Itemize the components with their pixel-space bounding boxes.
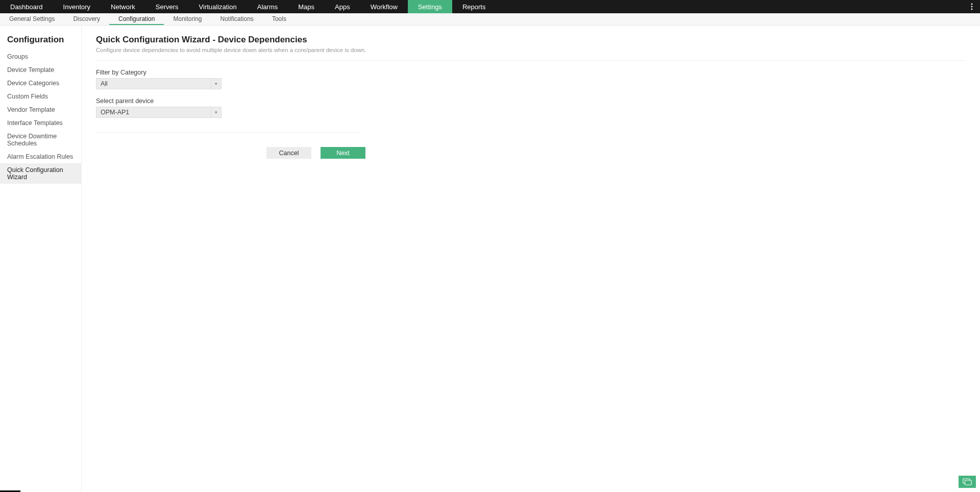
subnav-tools[interactable]: Tools [263, 13, 296, 25]
filter-by-category-label: Filter by Category [96, 69, 966, 76]
subnav-notifications[interactable]: Notifications [211, 13, 263, 25]
main-content: Quick Configuration Wizard - Device Depe… [82, 26, 980, 492]
sidebar-item-interface-templates[interactable]: Interface Templates [0, 116, 81, 130]
nav-alarms[interactable]: Alarms [247, 0, 288, 13]
filter-by-category-field: Filter by Category All ▾ [96, 69, 966, 89]
sidebar: Configuration Groups Device Template Dev… [0, 26, 82, 492]
nav-reports[interactable]: Reports [452, 0, 496, 13]
divider [96, 60, 966, 61]
subnav-general-settings[interactable]: General Settings [0, 13, 64, 25]
page-title: Quick Configuration Wizard - Device Depe… [96, 35, 966, 45]
select-parent-device-field: Select parent device OPM-AP1 ▾ [96, 97, 966, 118]
nav-maps[interactable]: Maps [288, 0, 325, 13]
nav-virtualization[interactable]: Virtualization [189, 0, 247, 13]
nav-dashboard[interactable]: Dashboard [0, 0, 53, 13]
sub-nav: General Settings Discovery Configuration… [0, 13, 980, 26]
filter-by-category-select[interactable]: All ▾ [96, 78, 222, 89]
chat-fab[interactable] [959, 476, 976, 488]
subnav-monitoring[interactable]: Monitoring [164, 13, 211, 25]
sidebar-item-device-downtime-schedules[interactable]: Device Downtime Schedules [0, 130, 81, 150]
chevron-down-icon: ▾ [211, 107, 221, 117]
sidebar-title: Configuration [0, 35, 81, 50]
next-button[interactable]: Next [321, 147, 365, 159]
page-description: Configure device dependencies to avoid m… [96, 47, 966, 53]
chat-icon [963, 478, 972, 485]
select-parent-device-select[interactable]: OPM-AP1 ▾ [96, 107, 222, 118]
subnav-discovery[interactable]: Discovery [64, 13, 109, 25]
filter-by-category-value: All [96, 79, 211, 89]
sidebar-item-device-template[interactable]: Device Template [0, 63, 81, 77]
sidebar-item-groups[interactable]: Groups [0, 50, 81, 63]
sidebar-item-device-categories[interactable]: Device Categories [0, 77, 81, 90]
svg-rect-4 [965, 480, 972, 485]
subnav-configuration[interactable]: Configuration [109, 13, 164, 25]
svg-point-1 [971, 6, 973, 8]
nav-settings[interactable]: Settings [408, 0, 452, 13]
svg-point-0 [971, 4, 973, 5]
nav-servers[interactable]: Servers [145, 0, 189, 13]
chevron-down-icon: ▾ [211, 79, 221, 89]
nav-workflow[interactable]: Workflow [360, 0, 408, 13]
sidebar-item-alarm-escalation-rules[interactable]: Alarm Escalation Rules [0, 150, 81, 163]
sidebar-item-vendor-template[interactable]: Vendor Template [0, 103, 81, 116]
select-parent-device-value: OPM-AP1 [96, 107, 211, 117]
svg-point-2 [971, 9, 973, 10]
kebab-menu-icon[interactable] [968, 0, 976, 13]
divider [96, 132, 359, 133]
cancel-button[interactable]: Cancel [266, 147, 311, 159]
nav-inventory[interactable]: Inventory [53, 0, 101, 13]
button-row: Cancel Next [266, 147, 966, 159]
sidebar-item-quick-configuration-wizard[interactable]: Quick Configuration Wizard [0, 163, 81, 184]
nav-apps[interactable]: Apps [325, 0, 360, 13]
nav-network[interactable]: Network [101, 0, 145, 13]
sidebar-item-custom-fields[interactable]: Custom Fields [0, 90, 81, 103]
select-parent-device-label: Select parent device [96, 97, 966, 105]
top-nav: Dashboard Inventory Network Servers Virt… [0, 0, 980, 13]
